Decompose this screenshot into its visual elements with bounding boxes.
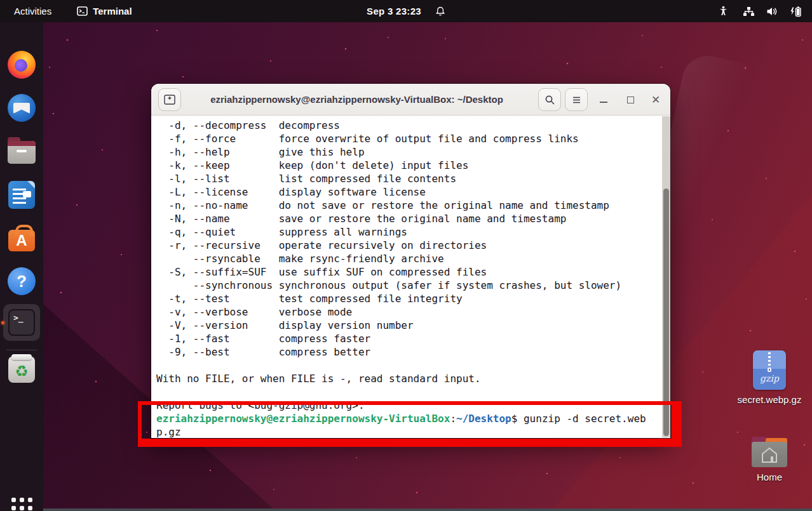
close-button[interactable]: ✕ bbox=[646, 84, 665, 116]
files-icon[interactable] bbox=[7, 136, 36, 166]
terminal-output: -d, --decompress decompress -f, --force … bbox=[151, 116, 670, 412]
focused-app-label: Terminal bbox=[93, 6, 132, 17]
trash-icon[interactable]: ♻ bbox=[7, 355, 36, 384]
question-mark-glyph: ? bbox=[8, 267, 36, 295]
battery-icon[interactable] bbox=[789, 6, 802, 17]
search-button[interactable] bbox=[538, 88, 561, 111]
accessibility-icon[interactable] bbox=[718, 6, 729, 17]
thunderbird-logo bbox=[8, 94, 36, 122]
desktop-file-secret-webp-gz[interactable]: gzip secret.webp.gz bbox=[731, 350, 808, 405]
highlight-annotation-rectangle bbox=[138, 401, 682, 447]
minimize-button[interactable] bbox=[594, 84, 613, 116]
bell-icon[interactable] bbox=[435, 6, 445, 17]
gzip-badge-text: gzip bbox=[753, 373, 786, 383]
clock[interactable]: Sep 3 23:23 bbox=[367, 6, 421, 17]
firefox-logo bbox=[8, 51, 36, 79]
desktop-home-folder[interactable]: Home bbox=[731, 437, 808, 482]
scrollbar-thumb[interactable] bbox=[663, 189, 669, 436]
menu-button[interactable] bbox=[565, 88, 588, 111]
network-icon[interactable] bbox=[743, 6, 755, 17]
firefox-icon[interactable] bbox=[7, 50, 36, 79]
home-folder-icon bbox=[752, 437, 787, 467]
terminal-prompt-glyph: >_ bbox=[8, 309, 35, 336]
top-bar: Activities Terminal Sep 3 23:23 bbox=[0, 0, 812, 22]
ubuntu-software-icon[interactable]: A bbox=[7, 223, 36, 253]
help-icon[interactable]: ? bbox=[7, 267, 36, 296]
writer-document-glyph bbox=[8, 181, 35, 209]
terminal-running-indicator bbox=[1, 321, 4, 324]
gzip-file-icon: gzip bbox=[753, 350, 786, 390]
screen-bottom-edge bbox=[0, 508, 812, 511]
recycle-glyph: ♻ bbox=[8, 356, 35, 383]
volume-icon[interactable] bbox=[766, 6, 778, 17]
new-tab-button[interactable] bbox=[158, 88, 181, 111]
app-grid-dots bbox=[11, 498, 32, 511]
libreoffice-writer-icon[interactable] bbox=[7, 180, 36, 209]
dock-separator bbox=[6, 350, 37, 350]
home-label: Home bbox=[757, 472, 782, 482]
scrollbar[interactable] bbox=[662, 116, 670, 437]
activities-button[interactable]: Activities bbox=[10, 4, 55, 18]
titlebar[interactable]: ezriahzippernowsky@ezriahzippernowsky-Vi… bbox=[151, 84, 670, 116]
terminal-app-icon bbox=[77, 6, 88, 16]
ubuntu-desktop: Activities Terminal Sep 3 23:23 bbox=[0, 0, 812, 511]
maximize-button[interactable] bbox=[621, 84, 640, 116]
house-icon bbox=[759, 446, 780, 463]
files-folder-glyph bbox=[8, 141, 36, 164]
zipper-pull bbox=[768, 368, 771, 372]
dock: A ? >_ ♻ bbox=[0, 22, 43, 511]
folder-body bbox=[752, 442, 787, 467]
file-label: secret.webp.gz bbox=[738, 394, 802, 405]
zipper-glyph bbox=[768, 352, 771, 368]
thunderbird-icon[interactable] bbox=[7, 93, 36, 123]
terminal-icon[interactable]: >_ bbox=[7, 308, 36, 337]
software-bag-glyph: A bbox=[8, 230, 35, 251]
terminal-content[interactable]: -d, --decompress decompress -f, --force … bbox=[151, 116, 670, 437]
terminal-window: ezriahzippernowsky@ezriahzippernowsky-Vi… bbox=[151, 84, 670, 438]
window-title: ezriahzippernowsky@ezriahzippernowsky-Vi… bbox=[151, 94, 670, 105]
app-grid-icon[interactable] bbox=[7, 493, 36, 511]
focused-app-indicator[interactable]: Terminal bbox=[77, 6, 132, 17]
